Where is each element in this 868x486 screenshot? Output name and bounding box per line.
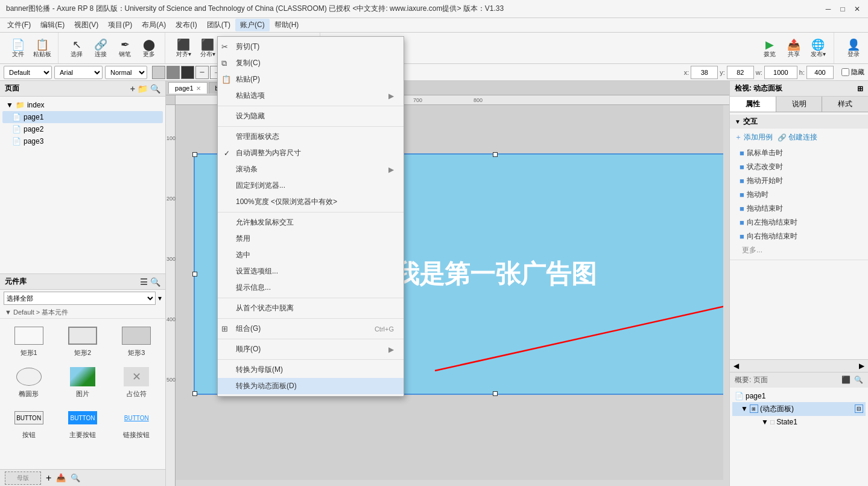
menu-team[interactable]: 团队(T) [202, 19, 235, 31]
canvas-tab-page1[interactable]: page1 ✕ [168, 82, 207, 94]
ctx-select-group[interactable]: 设置选项组... [218, 263, 404, 280]
comp-search-icon[interactable]: 🔍 [150, 277, 160, 287]
search-outline-icon[interactable]: 🔍 [854, 376, 863, 384]
right-nav-right[interactable]: ▶ [859, 362, 864, 370]
handle-tm[interactable] [493, 152, 498, 157]
event-more[interactable]: 更多... [730, 243, 868, 257]
maximize-button[interactable]: □ [838, 4, 847, 14]
style-select[interactable]: Default [4, 66, 52, 79]
ctx-hide[interactable]: 设为隐藏 [218, 108, 404, 124]
add-example-link[interactable]: ＋ 添加用例 [735, 132, 773, 142]
comp-rect2[interactable]: 矩形2 [57, 322, 107, 360]
menu-file[interactable]: 文件(F) [2, 19, 36, 31]
ctx-convert-master[interactable]: 转换为母版(M) [218, 362, 404, 378]
comp-placeholder[interactable]: ✕ 占位符 [112, 363, 162, 401]
w-input[interactable] [764, 66, 797, 79]
ctx-auto-adjust[interactable]: ✓ 自动调整为内容尺寸 [218, 145, 404, 161]
scroll-vertical[interactable] [723, 105, 729, 486]
expand-right-icon[interactable]: ⊞ [857, 85, 863, 93]
login-button[interactable]: 👤 登录 [841, 35, 866, 62]
menu-view[interactable]: 视图(V) [69, 19, 103, 31]
comp-oval[interactable]: 椭圆形 [4, 363, 54, 401]
add-page-icon[interactable]: + [130, 84, 135, 94]
distribute-button[interactable]: ⬛ 分布▾ [195, 35, 220, 62]
ctx-copy[interactable]: ⧉ 复制(C) [218, 55, 404, 71]
tab-properties[interactable]: 属性 [730, 97, 776, 112]
menu-edit[interactable]: 编辑(E) [36, 19, 69, 31]
comp-filter-select[interactable]: 选择全部 [4, 292, 156, 305]
more-tool[interactable]: ⬤ 更多 [137, 35, 161, 62]
font-color[interactable] [181, 66, 194, 79]
ctx-allow-mouse[interactable]: 允许触发鼠标交互 [218, 214, 404, 231]
motherboard-item[interactable]: 母版 [5, 472, 41, 485]
ctx-convert-dynamic[interactable]: 转换为动态面板(D) [218, 378, 404, 394]
ctx-select[interactable]: 选中 [218, 247, 404, 263]
ctx-tooltip[interactable]: 提示信息... [218, 280, 404, 296]
tab-description[interactable]: 说明 [776, 97, 823, 112]
stroke-color[interactable] [166, 66, 180, 79]
comp-button-link[interactable]: BUTTON 链接按钮 [112, 404, 162, 442]
align-button[interactable]: ⬛ 对齐▾ [171, 35, 195, 62]
outline-dynamic-panel[interactable]: ▼ ⊞ (动态面板) ⊟ [732, 402, 866, 416]
comp-image[interactable]: 图片 [57, 363, 107, 401]
paste-button[interactable]: 📋 粘贴板 [30, 35, 54, 62]
tree-item-page1[interactable]: 📄 page1 [2, 111, 163, 123]
minimize-button[interactable]: ─ [823, 4, 833, 14]
tree-item-page2[interactable]: 📄 page2 [2, 123, 163, 135]
ctx-detach[interactable]: 从首个状态中脱离 [218, 300, 404, 316]
ctx-pin-browser[interactable]: 固定到浏览器... [218, 177, 404, 194]
ctx-cut[interactable]: ✂ 剪切(T) [218, 39, 404, 55]
outline-page1[interactable]: 📄 page1 [732, 390, 866, 402]
outline-expand-icon[interactable]: ▼ [741, 404, 748, 413]
tab-style[interactable]: 样式 [822, 97, 868, 112]
menu-help[interactable]: 帮助(H) [270, 19, 304, 31]
h-input[interactable] [806, 66, 834, 79]
comp-button-primary[interactable]: BUTTON 主要按钮 [57, 404, 107, 442]
share-button[interactable]: 📤 共享 [782, 35, 806, 62]
search-pages-icon[interactable]: 🔍 [150, 84, 160, 94]
new-button[interactable]: 📄 文件 [6, 35, 30, 62]
select-tool[interactable]: ↖ 选择 [65, 35, 89, 62]
handle-bl[interactable] [192, 391, 197, 396]
comp-rect3[interactable]: 矩形3 [112, 322, 162, 360]
y-input[interactable] [727, 66, 754, 79]
collapse-interactions-icon[interactable]: ▼ [735, 118, 741, 125]
import-motherboard-icon[interactable]: 📥 [56, 473, 66, 482]
border-style[interactable]: ─ [195, 66, 209, 79]
menu-project[interactable]: 项目(P) [103, 19, 137, 31]
tree-item-index[interactable]: ▼ 📁 index [2, 99, 163, 111]
x-input[interactable] [691, 66, 718, 79]
outline-expand-state-icon[interactable]: ▼ [761, 418, 768, 426]
ctx-manage-state[interactable]: 管理面板状态 [218, 129, 404, 145]
search-motherboard-icon[interactable]: 🔍 [71, 473, 80, 482]
outline-state1[interactable]: ▼ □ State1 [732, 416, 866, 428]
menu-layout[interactable]: 布局(A) [137, 19, 171, 31]
comp-menu-icon[interactable]: ☰ [140, 277, 148, 287]
handle-bm[interactable] [493, 391, 498, 396]
preview-button[interactable]: ▶ 拨览 [758, 35, 782, 62]
handle-ml[interactable] [192, 272, 197, 277]
ctx-group[interactable]: ⊞ 组合(G) Ctrl+G [218, 321, 404, 337]
publish-button[interactable]: 🌐 发布▾ [806, 35, 830, 62]
connect-tool[interactable]: 🔗 连接 [89, 35, 113, 62]
hide-checkbox[interactable] [841, 68, 849, 76]
add-motherboard-icon[interactable]: + [46, 473, 51, 484]
fill-color[interactable] [152, 66, 165, 79]
pen-tool[interactable]: ✒ 钢笔 [113, 35, 137, 62]
ctx-full-width[interactable]: 100%宽度 <仅限浏览器中有效> [218, 194, 404, 210]
handle-tl[interactable] [192, 152, 197, 157]
close-tab-icon[interactable]: ✕ [196, 85, 201, 92]
menu-publish[interactable]: 发布(I) [171, 19, 201, 31]
ctx-disable[interactable]: 禁用 [218, 231, 404, 247]
ctx-paste-options[interactable]: 粘贴选项 ▶ [218, 88, 404, 104]
add-folder-icon[interactable]: 📁 [138, 84, 148, 94]
font-select[interactable]: Arial [54, 66, 103, 79]
ctx-scrollbar[interactable]: 滚动条 ▶ [218, 161, 404, 177]
create-link-link[interactable]: 🔗 创建连接 [778, 132, 817, 142]
size-select[interactable]: Normal [105, 66, 147, 79]
close-button[interactable]: ✕ [852, 4, 862, 14]
filter-icon[interactable]: ⬛ [841, 376, 851, 384]
ctx-paste[interactable]: 📋 粘贴(P) [218, 71, 404, 88]
comp-rect1[interactable]: 矩形1 [4, 322, 54, 360]
menu-account[interactable]: 账户(C) [235, 19, 270, 31]
